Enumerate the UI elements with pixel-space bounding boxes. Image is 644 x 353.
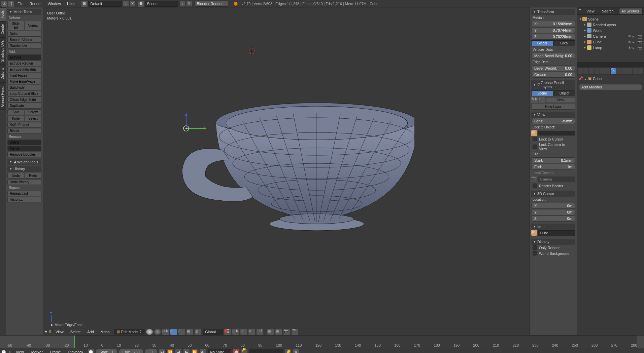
screw-button[interactable]: Screw [25, 109, 41, 115]
cursor-z[interactable]: Z:0m [531, 215, 575, 222]
keyframe-next-button[interactable]: ⏩ [192, 349, 198, 353]
layer-1[interactable]: ▦ [267, 329, 274, 335]
play-button[interactable]: ▶ [183, 349, 190, 353]
tab-options[interactable]: Options [0, 65, 6, 82]
gp-add-icon[interactable]: + [539, 97, 545, 103]
offset-edge-button[interactable]: Offset Edge Slide [7, 97, 41, 103]
extrude-button[interactable]: Extrude [7, 54, 41, 60]
view-menu[interactable]: View [53, 329, 66, 335]
tab-physics-icon[interactable] [638, 68, 643, 74]
mesh-object[interactable] [159, 83, 414, 244]
pin-icon[interactable]: 📌 [578, 76, 583, 81]
undo-history-button[interactable]: Undo History [7, 179, 41, 185]
cursor-x[interactable]: X:0m [531, 203, 575, 209]
median-x[interactable]: X:0.15909mm [531, 21, 575, 27]
crease-field[interactable]: Crease:0.00 [531, 72, 575, 78]
object-icon[interactable]: ▣ [531, 130, 537, 136]
snap-toggle[interactable]: 🧲 [224, 329, 231, 335]
noise-button[interactable]: Noise [7, 31, 41, 37]
menu-render[interactable]: Render [27, 1, 44, 6]
view-panel-header[interactable]: View [531, 112, 575, 118]
prop-edit-toggle[interactable]: ⊚ [248, 329, 255, 335]
link-icon[interactable]: ⬩ [584, 77, 587, 81]
transform-header[interactable]: Transform [531, 9, 575, 15]
mesh-menu[interactable]: Mesh [98, 329, 112, 335]
history-header[interactable]: History [7, 166, 41, 172]
extrude-individual-button[interactable]: Extrude Individual [7, 67, 41, 72]
range-toggle[interactable]: 🕐 [88, 349, 94, 353]
scene-icon[interactable]: ⬢ [138, 1, 144, 7]
cursor-y[interactable]: Y:0m [531, 209, 575, 215]
only-render-checkbox[interactable]: Only Render [531, 245, 575, 250]
bevel-weight-field[interactable]: Bevel Weight:0.00 [531, 65, 575, 71]
jump-end-button[interactable]: ⏭ [200, 349, 206, 353]
start-frame-field[interactable]: Start:1 [96, 349, 117, 353]
render-button[interactable]: 📷 [283, 329, 290, 335]
add-menu[interactable]: Add [84, 329, 97, 335]
spin-button[interactable]: Spin [7, 109, 24, 115]
gp-scene-button[interactable]: Scene [531, 90, 553, 96]
editor-type-3d-icon[interactable]: ⬘ [44, 329, 47, 334]
outliner-editor-icon[interactable]: ☰ [578, 9, 582, 13]
slide-edge-button[interactable]: Slide Ed [7, 21, 24, 30]
repeat-last-button[interactable]: Repeat Last [7, 191, 41, 196]
timeline-frame-menu[interactable]: Frame [47, 349, 64, 353]
tab-shading-uvs[interactable]: Shading / UVs [0, 37, 6, 65]
render-anim-button[interactable]: 🎬 [292, 329, 298, 335]
outliner-scrollbar[interactable] [577, 62, 644, 67]
timeline-playback-menu[interactable]: Playback [66, 349, 86, 353]
mesh-tools-header[interactable]: Mesh Tools [7, 9, 41, 15]
vertex-select-button[interactable]: ▪ [170, 329, 177, 335]
extrude-region-button[interactable]: Extrude Region [7, 61, 41, 66]
lens-field[interactable]: Lens:35mm [531, 118, 575, 124]
lock-object-field[interactable] [538, 131, 575, 135]
tab-create[interactable]: Create [0, 21, 6, 37]
undo-button[interactable]: Undo [7, 173, 24, 179]
edge-select-button[interactable]: / [178, 329, 185, 335]
tab-material-icon[interactable] [621, 68, 626, 74]
make-edge-face-button[interactable]: Make Edge/Face [7, 79, 41, 84]
delete-layout-button[interactable]: ✕ [130, 1, 135, 6]
global-button[interactable]: Global [531, 40, 553, 46]
item-name-field[interactable]: Cube [538, 230, 575, 236]
render-border-checkbox[interactable]: Render Border [531, 183, 575, 189]
remove-doubles-button[interactable]: Remove Doubles [7, 152, 41, 157]
inset-faces-button[interactable]: Inset Faces [7, 73, 41, 78]
select-button[interactable]: Select [25, 116, 41, 121]
timeline-marker-menu[interactable]: Marker [29, 349, 45, 353]
tab-layers-icon[interactable] [583, 68, 588, 74]
loop-cut-button[interactable]: Loop Cut and Slide [7, 91, 41, 96]
lock-cursor-checkbox[interactable]: Lock to Cursor [531, 136, 575, 142]
orientation-dropdown[interactable]: Global [203, 329, 223, 335]
knife-project-button[interactable]: Knife Project [7, 122, 41, 128]
shade-sphere-1[interactable] [146, 329, 153, 335]
tab-data-icon[interactable] [616, 68, 621, 74]
subdivide-button[interactable]: Subdivide [7, 85, 41, 90]
gp-new-button[interactable]: New [546, 97, 575, 103]
select-menu[interactable]: Select [68, 329, 83, 335]
tab-particles-icon[interactable] [633, 68, 638, 74]
tab-object-icon[interactable] [600, 68, 605, 74]
tab-tools[interactable]: Tools [0, 7, 6, 21]
smooth-vertex-button[interactable]: Smooth Vertex [7, 37, 41, 43]
menu-help[interactable]: Help [64, 1, 77, 6]
3d-cursor-header[interactable]: 3D Cursor [531, 191, 575, 197]
auto-keyframe-button[interactable]: ⬤ [233, 349, 239, 353]
render-engine-dropdown[interactable]: Blender Render [195, 1, 228, 7]
face-select-button[interactable]: ▦ [187, 329, 193, 335]
tab-scene-icon[interactable] [589, 68, 594, 74]
outliner-item-camera[interactable]: ▸Camera👁▸📷 [578, 33, 643, 39]
timeline-editor-icon[interactable]: 🕐 [1, 350, 6, 353]
outliner-search-menu[interactable]: Search [599, 8, 616, 14]
screen-layout-icon[interactable]: ⊞ [81, 1, 88, 7]
layer-2[interactable]: ▦ [275, 329, 282, 335]
menu-file[interactable]: File [15, 1, 26, 6]
add-modifier-dropdown[interactable]: Add Modifier [579, 84, 642, 90]
mean-bevel-field[interactable]: Mean Bevel Weig:0.00 [531, 53, 575, 59]
clip-end-field[interactable]: End:1m [531, 164, 575, 170]
limit-visible-button[interactable]: ◫ [195, 329, 201, 335]
display-header[interactable]: Display [531, 239, 575, 245]
play-reverse-button[interactable]: ◀ [175, 349, 181, 353]
bisect-button[interactable]: Bisect [7, 128, 41, 134]
outliner-item-renderlayers[interactable]: ▸RenderLayers [578, 22, 643, 28]
